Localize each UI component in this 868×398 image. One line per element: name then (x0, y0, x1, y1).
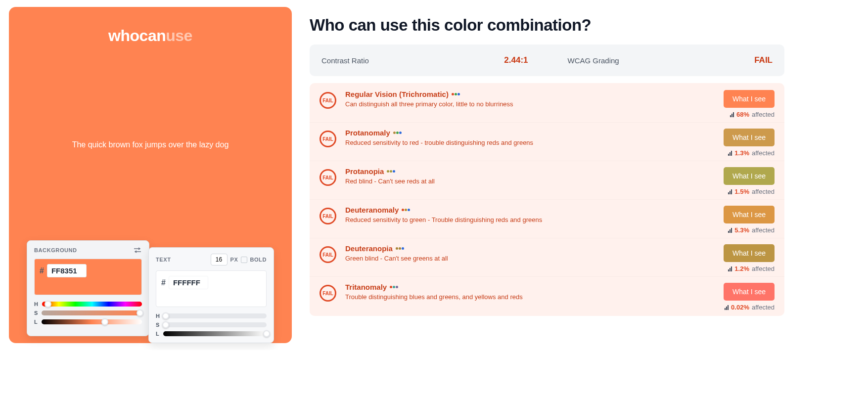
affected-stat: 5.3% affected (728, 226, 775, 234)
vision-row: FAIL Deuteranomaly Reduced sensitivity t… (310, 200, 784, 238)
background-swatch[interactable]: # (34, 259, 142, 295)
text-lig-slider[interactable] (163, 331, 267, 336)
background-hex-input[interactable] (47, 264, 87, 277)
affected-stat: 0.02% affected (725, 304, 775, 311)
bars-icon (725, 305, 729, 310)
wcag-value: FAIL (754, 55, 773, 65)
logo-part-can: can (139, 27, 166, 44)
text-picker: TEXT PX BOLD # H (148, 247, 274, 343)
bars-icon (728, 266, 732, 271)
affected-stat: 68% affected (730, 111, 775, 118)
font-size-input[interactable] (211, 254, 228, 265)
vision-description: Green blind - Can't see greens at all (345, 255, 715, 262)
background-sat-slider[interactable] (42, 310, 142, 315)
fail-badge: FAIL (320, 131, 336, 147)
color-dots-icon (402, 209, 410, 211)
bars-icon (728, 189, 732, 194)
vision-row: FAIL Protanomaly Reduced sensitivity to … (310, 123, 784, 161)
color-dots-icon (396, 247, 404, 250)
affected-stat: 1.3% affected (728, 149, 775, 157)
text-hex-input[interactable] (169, 276, 208, 289)
px-label: PX (230, 257, 238, 263)
sat-label: S (156, 322, 159, 328)
color-dots-icon (390, 286, 398, 288)
fail-badge: FAIL (320, 208, 336, 224)
vision-type-list: FAIL Regular Vision (Trichromatic) Can d… (310, 83, 784, 316)
what-i-see-button[interactable]: What I see (724, 167, 775, 185)
vision-description: Can distinguish all three primary color,… (345, 100, 715, 108)
fail-badge: FAIL (320, 246, 336, 263)
logo-part-use: use (166, 27, 192, 44)
hue-label: H (34, 301, 38, 307)
color-dots-icon (393, 132, 402, 134)
vision-row: FAIL Protanopia Red blind - Can't see re… (310, 161, 784, 200)
what-i-see-button[interactable]: What I see (724, 283, 775, 301)
vision-title: Tritanomaly (345, 283, 715, 291)
what-i-see-button[interactable]: What I see (724, 129, 775, 146)
vision-title: Deuteranopia (345, 244, 715, 253)
lig-label: L (156, 331, 159, 337)
page-title: Who can use this color combination? (310, 16, 784, 35)
bars-icon (728, 228, 732, 233)
vision-title: Protanopia (345, 167, 715, 176)
bold-label: BOLD (250, 257, 267, 263)
vision-description: Trouble distinguishing blues and greens,… (345, 293, 715, 301)
logo: whocanuse (9, 7, 292, 45)
vision-title: Regular Vision (Trichromatic) (345, 90, 715, 98)
affected-stat: 1.5% affected (728, 188, 775, 195)
affected-stat: 1.2% affected (728, 265, 775, 272)
color-dots-icon (387, 170, 395, 173)
color-dots-icon (452, 93, 460, 95)
vision-row: FAIL Deuteranopia Green blind - Can't se… (310, 238, 784, 277)
background-lig-slider[interactable] (42, 319, 142, 324)
sample-text: The quick brown fox jumps over the lazy … (9, 140, 292, 149)
text-swatch[interactable]: # (156, 270, 267, 307)
what-i-see-button[interactable]: What I see (724, 244, 775, 262)
preview-card: whocanuse The quick brown fox jumps over… (9, 7, 292, 343)
vision-description: Reduced sensitivity to green - Trouble d… (345, 216, 715, 223)
sat-label: S (34, 310, 38, 316)
fail-badge: FAIL (320, 92, 336, 109)
bars-icon (730, 112, 734, 117)
fail-badge: FAIL (320, 169, 336, 186)
vision-title: Protanomaly (345, 129, 715, 137)
stats-bar: Contrast Ratio 2.44:1 WCAG Grading FAIL (310, 44, 784, 76)
what-i-see-button[interactable]: What I see (724, 206, 775, 223)
hash-symbol: # (40, 266, 44, 275)
swap-colors-icon[interactable] (133, 247, 142, 254)
vision-description: Red blind - Can't see reds at all (345, 177, 715, 185)
hash-symbol: # (161, 278, 166, 287)
bold-checkbox[interactable] (241, 257, 247, 263)
vision-row: FAIL Regular Vision (Trichromatic) Can d… (310, 84, 784, 123)
background-hue-slider[interactable] (42, 302, 142, 307)
text-picker-label: TEXT (156, 257, 171, 263)
logo-part-who: who (108, 27, 139, 44)
bars-icon (728, 151, 732, 156)
text-sat-slider[interactable] (163, 322, 267, 327)
contrast-ratio-label: Contrast Ratio (321, 56, 369, 65)
what-i-see-button[interactable]: What I see (724, 90, 775, 108)
background-picker-label: BACKGROUND (34, 247, 77, 253)
vision-description: Reduced sensitivity to red - trouble dis… (345, 139, 715, 146)
lig-label: L (34, 319, 38, 325)
contrast-ratio-value: 2.44:1 (504, 55, 528, 65)
wcag-label: WCAG Grading (568, 56, 619, 65)
text-hue-slider[interactable] (164, 313, 267, 318)
fail-badge: FAIL (320, 285, 336, 302)
hue-label: H (156, 313, 160, 319)
background-picker: BACKGROUND # H S L (27, 240, 149, 336)
vision-row: FAIL Tritanomaly Trouble distinguishing … (310, 277, 784, 315)
vision-title: Deuteranomaly (345, 206, 715, 214)
